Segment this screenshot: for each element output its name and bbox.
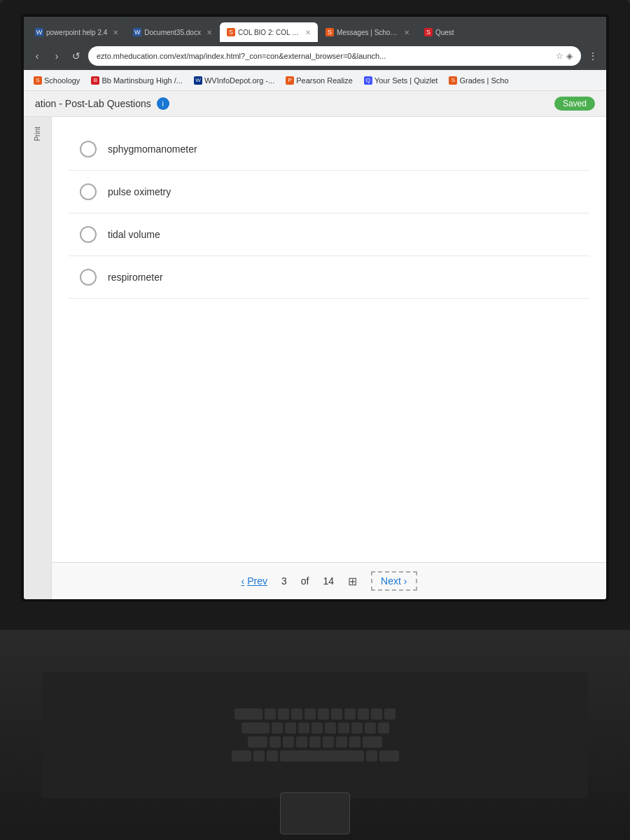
page-title: ation - Post-Lab Questions: [35, 98, 151, 109]
key-j[interactable]: [351, 722, 363, 734]
key-tab[interactable]: [234, 708, 262, 720]
tab-messages-close[interactable]: ✕: [404, 29, 410, 36]
option-respirometer[interactable]: respirometer: [69, 256, 589, 299]
key-row-1: [234, 708, 396, 720]
option-sphygmomanometer[interactable]: sphygmomanometer: [69, 128, 589, 171]
key-ctrl-r[interactable]: [379, 750, 399, 762]
url-text: ezto.mheducation.com/ext/map/index.html?…: [97, 52, 386, 60]
key-b[interactable]: [323, 736, 334, 748]
key-e[interactable]: [291, 708, 302, 720]
key-c[interactable]: [296, 736, 307, 748]
key-r[interactable]: [304, 708, 316, 720]
tab-powerpoint[interactable]: W powerpoint help 2.4 ✕: [28, 22, 125, 42]
bookmark-pearson[interactable]: P Pearson Realize: [281, 75, 357, 86]
keyboard-area: [42, 672, 588, 798]
radio-circle-1[interactable]: [80, 141, 97, 158]
key-shift-r[interactable]: [363, 736, 382, 748]
radio-circle-2[interactable]: [80, 183, 97, 200]
forward-button[interactable]: ›: [49, 48, 64, 64]
key-caps[interactable]: [241, 722, 270, 734]
tab-document[interactable]: W Document35.docx ✕: [126, 22, 219, 42]
key-u[interactable]: [344, 708, 356, 720]
tab-messages[interactable]: S Messages | Schoolo ✕: [318, 22, 416, 42]
main-layout: Print sphygmomanometer pulse oximetry: [24, 117, 606, 599]
key-g[interactable]: [325, 722, 336, 734]
key-l[interactable]: [378, 722, 389, 734]
saved-badge: Saved: [554, 97, 595, 111]
key-space[interactable]: [280, 750, 364, 762]
radio-circle-3[interactable]: [80, 226, 97, 243]
option-text-4: respirometer: [108, 272, 163, 283]
key-m[interactable]: [349, 736, 360, 748]
prev-arrow: ‹: [241, 575, 245, 587]
screen-bezel: W powerpoint help 2.4 ✕ W Document35.doc…: [21, 14, 609, 602]
reload-button[interactable]: ↺: [69, 48, 84, 64]
question-area: sphygmomanometer pulse oximetry tidal vo…: [52, 117, 606, 599]
option-text-1: sphygmomanometer: [108, 144, 197, 155]
more-button[interactable]: ⋮: [585, 48, 601, 64]
bm-schoology-icon: S: [34, 76, 42, 85]
key-alt-l[interactable]: [267, 750, 278, 762]
key-row-3: [248, 736, 382, 748]
bm-quizlet-label: Your Sets | Quizlet: [374, 76, 438, 85]
key-row-4: [232, 750, 399, 762]
schoology-icon-2: S: [326, 28, 334, 36]
tab-document-close[interactable]: ✕: [206, 29, 212, 36]
key-ctrl[interactable]: [232, 750, 251, 762]
tab-messages-label: Messages | Schoolo: [337, 29, 398, 36]
bookmark-icon[interactable]: ◈: [566, 51, 573, 61]
key-q[interactable]: [265, 708, 276, 720]
page-content: ation - Post-Lab Questions i Saved Print: [24, 91, 606, 599]
key-p[interactable]: [384, 708, 396, 720]
tab-colbio[interactable]: S COL BIO 2: COL BIO ✕: [220, 22, 318, 42]
info-icon[interactable]: i: [157, 97, 169, 110]
key-h[interactable]: [338, 722, 349, 734]
bookmark-grades[interactable]: S Grades | Scho: [444, 75, 512, 86]
key-alt-r[interactable]: [366, 750, 377, 762]
bm-schoology-label: Schoology: [44, 76, 80, 85]
browser-window: W powerpoint help 2.4 ✕ W Document35.doc…: [24, 17, 606, 599]
word-icon-2: W: [133, 28, 141, 36]
url-bar[interactable]: ezto.mheducation.com/ext/map/index.html?…: [88, 46, 581, 66]
back-button[interactable]: ‹: [29, 48, 45, 64]
key-s[interactable]: [285, 722, 296, 734]
trackpad[interactable]: [280, 792, 350, 834]
key-t[interactable]: [318, 708, 329, 720]
sidebar-print[interactable]: Print: [32, 124, 43, 144]
prev-button[interactable]: ‹ Prev: [241, 575, 267, 587]
key-i[interactable]: [358, 708, 369, 720]
bookmark-wv[interactable]: W WVInfoDepot.org -...: [190, 75, 279, 86]
next-button[interactable]: Next ›: [371, 571, 416, 591]
option-pulse-oximetry[interactable]: pulse oximetry: [69, 171, 589, 214]
key-k[interactable]: [365, 722, 376, 734]
laptop-bottom: [0, 630, 630, 840]
tab-powerpoint-close[interactable]: ✕: [113, 29, 118, 36]
key-row-2: [241, 722, 389, 734]
radio-circle-4[interactable]: [80, 269, 97, 286]
bm-wv-icon: W: [194, 76, 202, 85]
key-z[interactable]: [270, 736, 281, 748]
bm-grades-label: Grades | Scho: [459, 76, 508, 85]
bookmark-quizlet[interactable]: Q Your Sets | Quizlet: [360, 75, 442, 86]
key-f[interactable]: [312, 722, 323, 734]
key-x[interactable]: [283, 736, 294, 748]
option-tidal-volume[interactable]: tidal volume: [69, 214, 589, 256]
key-o[interactable]: [371, 708, 382, 720]
grid-icon[interactable]: ⊞: [348, 575, 357, 588]
key-a[interactable]: [272, 722, 283, 734]
bm-pearson-icon: P: [286, 76, 294, 85]
tab-colbio-close[interactable]: ✕: [305, 29, 311, 36]
star-icon[interactable]: ☆: [556, 51, 564, 61]
bookmark-schoology[interactable]: S Schoology: [29, 75, 84, 86]
key-d[interactable]: [298, 722, 309, 734]
bookmark-bb[interactable]: B Bb Martinsburg High /...: [87, 75, 187, 86]
key-n[interactable]: [336, 736, 347, 748]
tab-bar: W powerpoint help 2.4 ✕ W Document35.doc…: [24, 17, 606, 42]
key-shift-l[interactable]: [248, 736, 267, 748]
key-y[interactable]: [331, 708, 342, 720]
page-of-label: of: [301, 575, 309, 587]
key-v[interactable]: [309, 736, 321, 748]
key-w[interactable]: [278, 708, 289, 720]
tab-quest[interactable]: S Quest: [417, 22, 473, 42]
key-fn[interactable]: [253, 750, 265, 762]
